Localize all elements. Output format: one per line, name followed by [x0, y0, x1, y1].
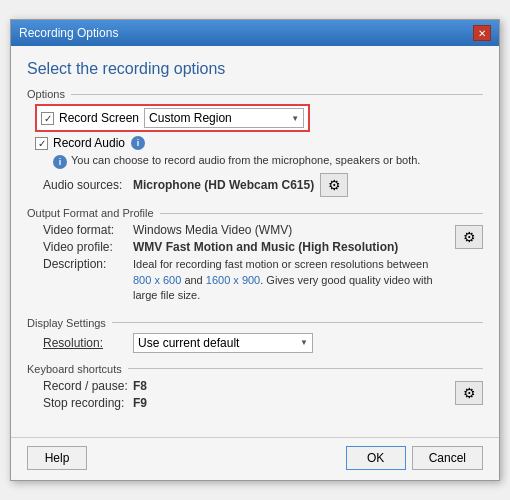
info-icon-2: i: [53, 155, 67, 169]
description-label: Description:: [43, 257, 133, 271]
video-profile-row: Video profile: WMV Fast Motion and Music…: [35, 240, 449, 254]
output-format-content: Video format: Windows Media Video (WMV) …: [27, 223, 483, 306]
cancel-button[interactable]: Cancel: [412, 446, 483, 470]
record-pause-value: F8: [133, 379, 147, 393]
footer-right: OK Cancel: [346, 446, 483, 470]
audio-info-text: i You can choose to record audio from th…: [35, 154, 483, 169]
display-settings-content: Resolution: Use current default ▼: [27, 333, 483, 353]
video-profile-value: WMV Fast Motion and Music (High Resoluti…: [133, 240, 398, 254]
video-format-value: Windows Media Video (WMV): [133, 223, 292, 237]
options-section: Options Record Screen Custom Region ▼ Re…: [27, 88, 483, 197]
help-button[interactable]: Help: [27, 446, 87, 470]
resolution-value: Use current default: [138, 336, 239, 350]
close-button[interactable]: ✕: [473, 25, 491, 41]
recording-options-window: Recording Options ✕ Select the recording…: [10, 19, 500, 480]
record-screen-label: Record Screen: [59, 111, 139, 125]
record-screen-row: Record Screen Custom Region ▼: [35, 104, 310, 132]
audio-sources-value: Microphone (HD Webcam C615): [133, 178, 314, 192]
page-title: Select the recording options: [27, 60, 483, 78]
main-content: Select the recording options Options Rec…: [11, 46, 499, 432]
stop-recording-label: Stop recording:: [43, 396, 133, 410]
record-screen-dropdown[interactable]: Custom Region ▼: [144, 108, 304, 128]
keyboard-shortcuts-content: Record / pause: F8 Stop recording: F9 ⚙: [27, 379, 483, 413]
resolution-row: Resolution: Use current default ▼: [35, 333, 483, 353]
output-format-section: Output Format and Profile Video format: …: [27, 207, 483, 306]
info-icon[interactable]: i: [131, 136, 145, 150]
video-format-label: Video format:: [43, 223, 133, 237]
keyboard-settings-button[interactable]: ⚙: [455, 381, 483, 405]
res-link-2: 1600 x 900: [206, 274, 260, 286]
window-title: Recording Options: [19, 26, 118, 40]
title-bar: Recording Options ✕: [11, 20, 499, 46]
record-pause-label: Record / pause:: [43, 379, 133, 393]
res-link-1: 800 x 600: [133, 274, 181, 286]
keyboard-shortcuts-label: Keyboard shortcuts: [27, 363, 483, 375]
description-row: Description: Ideal for recording fast mo…: [35, 257, 449, 303]
audio-settings-button[interactable]: ⚙: [320, 173, 348, 197]
record-audio-label: Record Audio: [53, 136, 125, 150]
audio-sources-row: Audio sources: Microphone (HD Webcam C61…: [35, 173, 483, 197]
stop-recording-row: Stop recording: F9: [35, 396, 449, 410]
audio-sources-label: Audio sources:: [43, 178, 133, 192]
description-value: Ideal for recording fast motion or scree…: [133, 257, 449, 303]
record-screen-checkbox[interactable]: [41, 112, 54, 125]
stop-recording-value: F9: [133, 396, 147, 410]
output-settings-button[interactable]: ⚙: [455, 225, 483, 249]
keyboard-shortcuts-section: Keyboard shortcuts Record / pause: F8 St…: [27, 363, 483, 413]
footer: Help OK Cancel: [11, 437, 499, 480]
dropdown-value: Custom Region: [149, 111, 232, 125]
options-section-label: Options: [27, 88, 483, 100]
options-section-content: Record Screen Custom Region ▼ Record Aud…: [27, 104, 483, 197]
display-settings-section: Display Settings Resolution: Use current…: [27, 317, 483, 353]
title-bar-buttons: ✕: [473, 25, 491, 41]
chevron-down-icon-2: ▼: [300, 338, 308, 347]
ok-button[interactable]: OK: [346, 446, 406, 470]
resolution-label: Resolution:: [43, 336, 133, 350]
record-pause-row: Record / pause: F8: [35, 379, 449, 393]
resolution-dropdown[interactable]: Use current default ▼: [133, 333, 313, 353]
output-format-label: Output Format and Profile: [27, 207, 483, 219]
chevron-down-icon: ▼: [291, 114, 299, 123]
record-audio-checkbox-row: Record Audio: [35, 136, 125, 150]
display-settings-label: Display Settings: [27, 317, 483, 329]
record-audio-checkbox[interactable]: [35, 137, 48, 150]
video-profile-label: Video profile:: [43, 240, 133, 254]
record-audio-row: Record Audio i: [35, 136, 483, 150]
video-format-row: Video format: Windows Media Video (WMV): [35, 223, 449, 237]
